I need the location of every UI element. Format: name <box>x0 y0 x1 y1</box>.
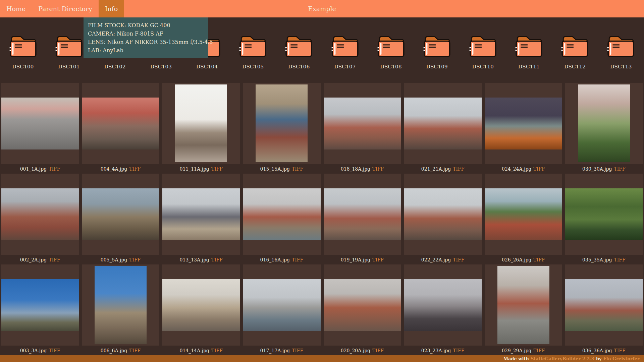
folder-item-dsc109[interactable]: DSC109 <box>417 34 457 70</box>
photo-thumbnail[interactable] <box>82 98 159 149</box>
photo-filename-link[interactable]: 024_24A.jpg <box>502 166 531 172</box>
photo-filename-link[interactable]: 005_5A.jpg <box>101 257 127 262</box>
photo-thumbnail[interactable] <box>497 266 549 344</box>
photo-format-link[interactable]: TIFF <box>533 166 545 172</box>
photo-filename-link[interactable]: 001_1A.jpg <box>20 166 47 172</box>
photo-frame <box>162 174 240 255</box>
photo-format-link[interactable]: TIFF <box>211 348 223 353</box>
photo-thumbnail[interactable] <box>162 188 240 240</box>
photo-filename-link[interactable]: 030_30A.jpg <box>582 166 612 172</box>
folder-item-dsc100[interactable]: DSC100 <box>3 34 43 70</box>
photo-thumbnail[interactable] <box>243 188 320 240</box>
photo-format-link[interactable]: TIFF <box>533 257 545 262</box>
photo-format-link[interactable]: TIFF <box>49 348 60 353</box>
photo-format-link[interactable]: TIFF <box>372 166 384 172</box>
folder-item-dsc113[interactable]: DSC113 <box>601 34 641 70</box>
photo-format-link[interactable]: TIFF <box>49 257 60 262</box>
nav-item-parent-directory[interactable]: Parent Directory <box>32 0 99 17</box>
photo-filename-link[interactable]: 019_19A.jpg <box>341 257 370 262</box>
photo-filename-link[interactable]: 015_15A.jpg <box>260 166 290 172</box>
photo-filename-link[interactable]: 006_6A.jpg <box>101 348 127 353</box>
photo-filename-link[interactable]: 013_13A.jpg <box>179 257 209 262</box>
photo-format-link[interactable]: TIFF <box>129 166 141 172</box>
photo-thumbnail[interactable] <box>175 84 227 162</box>
photo-thumbnail[interactable] <box>324 279 401 331</box>
photo-thumbnail[interactable] <box>404 188 482 240</box>
photo-thumbnail[interactable] <box>82 188 159 240</box>
photo-format-link[interactable]: TIFF <box>292 348 303 353</box>
photo-filename-link[interactable]: 026_26A.jpg <box>502 257 531 262</box>
photo-filename-link[interactable]: 018_18A.jpg <box>341 166 370 172</box>
photo-thumbnail[interactable] <box>1 98 79 149</box>
photo-thumbnail[interactable] <box>1 279 79 331</box>
photo-filename-link[interactable]: 022_22A.jpg <box>421 257 451 262</box>
folder-item-dsc108[interactable]: DSC108 <box>371 34 411 70</box>
folder-item-dsc105[interactable]: DSC105 <box>233 34 273 70</box>
photo-format-link[interactable]: TIFF <box>129 257 141 262</box>
photo-thumbnail[interactable] <box>324 188 401 240</box>
photo-caption: 023_23A.jpgTIFF <box>404 346 482 355</box>
photo-filename-link[interactable]: 029_29A.jpg <box>502 348 531 353</box>
photo-caption: 018_18A.jpgTIFF <box>324 164 401 174</box>
photo-thumbnail[interactable] <box>404 98 482 149</box>
photo-format-link[interactable]: TIFF <box>453 348 464 353</box>
photo-format-link[interactable]: TIFF <box>129 348 141 353</box>
photo-format-link[interactable]: TIFF <box>533 348 545 353</box>
nav-item-info[interactable]: Info <box>99 0 124 17</box>
photo-thumbnail[interactable] <box>565 279 643 331</box>
photo-frame <box>243 174 320 255</box>
photo-format-link[interactable]: TIFF <box>292 257 303 262</box>
photo-filename-link[interactable]: 036_36A.jpg <box>582 348 612 353</box>
photo-thumbnail[interactable] <box>565 188 643 240</box>
photo-filename-link[interactable]: 014_14A.jpg <box>179 348 209 353</box>
footer-bar: Made with StaticGalleryBuilder 2.2.3 by … <box>0 355 644 362</box>
photo-thumbnail[interactable] <box>1 188 79 240</box>
photo-thumbnail[interactable] <box>404 279 482 331</box>
folder-item-dsc106[interactable]: DSC106 <box>279 34 319 70</box>
photo-format-link[interactable]: TIFF <box>292 166 303 172</box>
photo-format-link[interactable]: TIFF <box>211 257 223 262</box>
photo-format-link[interactable]: TIFF <box>372 257 384 262</box>
photo-filename-link[interactable]: 011_11A.jpg <box>179 166 209 172</box>
folder-icon <box>237 34 268 58</box>
photo-thumbnail[interactable] <box>485 98 562 149</box>
photo-filename-link[interactable]: 016_16A.jpg <box>260 257 290 262</box>
photo-frame <box>82 83 159 164</box>
photo-filename-link[interactable]: 035_35A.jpg <box>582 257 612 262</box>
photo-thumbnail[interactable] <box>95 266 147 344</box>
folder-item-dsc110[interactable]: DSC110 <box>463 34 503 70</box>
photo-filename-link[interactable]: 017_17A.jpg <box>260 348 290 353</box>
photo-frame <box>324 174 401 255</box>
folder-item-dsc111[interactable]: DSC111 <box>509 34 549 70</box>
photo-thumbnail[interactable] <box>243 279 320 331</box>
folder-icon <box>422 34 452 58</box>
photo-thumbnail[interactable] <box>256 84 308 162</box>
nav-item-home[interactable]: Home <box>0 0 32 17</box>
photo-filename-link[interactable]: 004_4A.jpg <box>101 166 127 172</box>
photo-filename-link[interactable]: 021_21A.jpg <box>421 166 451 172</box>
photo-thumbnail[interactable] <box>162 279 240 331</box>
photo-format-link[interactable]: TIFF <box>614 166 625 172</box>
photo-thumbnail[interactable] <box>485 188 562 240</box>
folder-item-dsc101[interactable]: DSC101 <box>49 34 89 70</box>
photo-cell: 020_20A.jpgTIFF <box>324 264 401 355</box>
footer-author-link[interactable]: Flo Greistorfer. <box>603 356 641 361</box>
photo-format-link[interactable]: TIFF <box>453 166 464 172</box>
photo-frame <box>162 264 240 346</box>
photo-thumbnail[interactable] <box>578 84 630 162</box>
photo-format-link[interactable]: TIFF <box>614 348 625 353</box>
photo-format-link[interactable]: TIFF <box>49 166 60 172</box>
folder-item-dsc107[interactable]: DSC107 <box>325 34 365 70</box>
photo-thumbnail[interactable] <box>324 98 401 149</box>
photo-filename-link[interactable]: 023_23A.jpg <box>421 348 451 353</box>
photo-filename-link[interactable]: 002_2A.jpg <box>20 257 47 262</box>
folder-item-dsc112[interactable]: DSC112 <box>555 34 595 70</box>
footer-builder-link[interactable]: StaticGalleryBuilder 2.2.3 <box>531 356 594 361</box>
photo-filename-link[interactable]: 020_20A.jpg <box>341 348 370 353</box>
photo-format-link[interactable]: TIFF <box>372 348 384 353</box>
photo-format-link[interactable]: TIFF <box>211 166 223 172</box>
photo-format-link[interactable]: TIFF <box>453 257 464 262</box>
photo-format-link[interactable]: TIFF <box>614 257 625 262</box>
photo-filename-link[interactable]: 003_3A.jpg <box>20 348 47 353</box>
photo-frame <box>404 264 482 346</box>
